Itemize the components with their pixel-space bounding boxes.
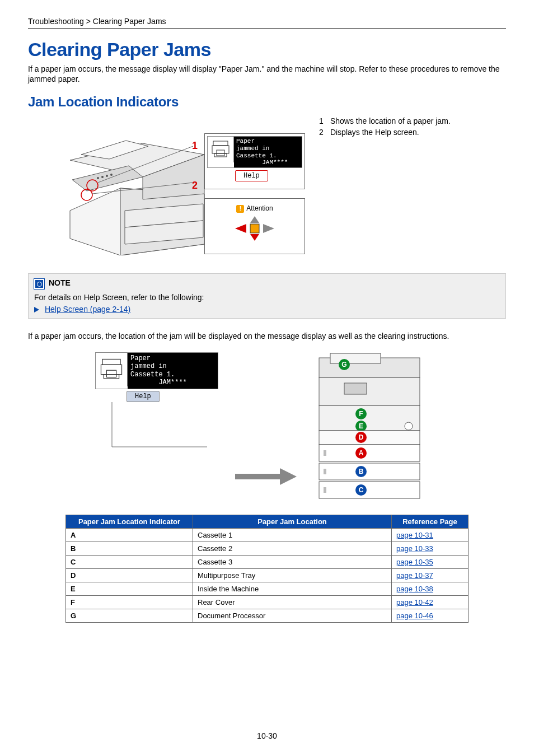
svg-marker-21 bbox=[235, 224, 246, 233]
printer-icon bbox=[208, 137, 234, 162]
cell-indicator: D bbox=[66, 569, 193, 582]
svg-rect-42 bbox=[319, 445, 420, 461]
note-box: NOTE For details on Help Screen, refer t… bbox=[28, 273, 506, 318]
printer-front-diagram: G F E D A B C bbox=[313, 352, 425, 503]
breadcrumb-divider bbox=[28, 28, 506, 29]
badge-b: B bbox=[359, 468, 364, 475]
attention-text: Attention bbox=[246, 204, 273, 212]
svg-rect-34 bbox=[319, 377, 420, 405]
note-body: For details on Help Screen, refer to the… bbox=[34, 292, 500, 302]
badge-g: G bbox=[341, 361, 346, 368]
svg-point-8 bbox=[106, 175, 108, 177]
figure-legend: 1 Shows the location of a paper jam. 2 D… bbox=[319, 115, 451, 139]
message-screen: Paper jammed in Cassette 1. JAM**** bbox=[207, 136, 302, 168]
svg-rect-49 bbox=[324, 487, 326, 493]
svg-rect-20 bbox=[250, 224, 259, 233]
th-reference: Reference Page bbox=[392, 515, 469, 529]
svg-rect-45 bbox=[319, 463, 420, 480]
svg-marker-23 bbox=[250, 216, 259, 223]
svg-rect-28 bbox=[104, 375, 119, 379]
printer-icon bbox=[96, 353, 128, 386]
th-indicator: Paper Jam Location Indicator bbox=[66, 515, 193, 529]
jam-indicator-figure: 1 2 Paper jammed in Cassette 1. JAM**** … bbox=[28, 115, 302, 261]
ref-link[interactable]: page 10-37 bbox=[396, 571, 433, 580]
badge-f: F bbox=[359, 410, 363, 418]
intro-paragraph: If a paper jam occurs, the message displ… bbox=[28, 64, 506, 84]
cell-location: Cassette 3 bbox=[193, 556, 392, 569]
legend-2-text: Displays the Help screen. bbox=[330, 128, 419, 137]
arrow-right-icon bbox=[235, 468, 297, 487]
svg-rect-26 bbox=[101, 365, 121, 374]
svg-rect-29 bbox=[235, 474, 280, 479]
table-row: F Rear Cover page 10-42 bbox=[66, 596, 469, 609]
svg-point-41 bbox=[405, 422, 413, 430]
table-row: D Multipurpose Tray page 10-37 bbox=[66, 569, 469, 582]
legend-1-text: Shows the location of a paper jam. bbox=[330, 116, 451, 125]
cell-location: Inside the Machine bbox=[193, 582, 392, 596]
help-screen-link[interactable]: Help Screen (page 2-14) bbox=[45, 305, 130, 314]
page-title: Clearing Paper Jams bbox=[28, 39, 506, 60]
attention-label: !Attention bbox=[207, 204, 302, 213]
display-text: Paper jammed in Cassette 1. JAM**** bbox=[128, 353, 218, 389]
cell-location: Cassette 2 bbox=[193, 542, 392, 556]
callout-number-1: 1 bbox=[192, 140, 201, 149]
badge-e: E bbox=[359, 422, 363, 430]
svg-point-6 bbox=[97, 177, 99, 179]
badge-a: A bbox=[359, 449, 364, 457]
direction-arrows bbox=[207, 215, 302, 242]
attention-popup: !Attention bbox=[204, 198, 305, 254]
note-icon bbox=[34, 279, 44, 289]
table-row: G Document Processor page 10-46 bbox=[66, 609, 469, 623]
svg-rect-16 bbox=[213, 141, 228, 146]
svg-point-7 bbox=[101, 176, 104, 178]
jam-location-table: Paper Jam Location Indicator Paper Jam L… bbox=[65, 515, 469, 623]
svg-rect-27 bbox=[106, 370, 116, 377]
ref-link[interactable]: page 10-33 bbox=[396, 544, 433, 553]
svg-marker-22 bbox=[263, 224, 274, 233]
svg-marker-30 bbox=[280, 468, 297, 485]
message-popup: Paper jammed in Cassette 1. JAM**** Help bbox=[204, 133, 305, 189]
page-number: 10-30 bbox=[0, 731, 534, 740]
svg-rect-32 bbox=[330, 353, 381, 363]
display-figure: Paper jammed in Cassette 1. JAM**** Help bbox=[95, 352, 218, 452]
message-text: Paper jammed in Cassette 1. JAM**** bbox=[234, 137, 302, 167]
svg-marker-24 bbox=[250, 234, 259, 241]
svg-rect-46 bbox=[324, 469, 326, 474]
ref-link[interactable]: page 10-35 bbox=[396, 558, 433, 566]
table-row: E Inside the Machine page 10-38 bbox=[66, 582, 469, 596]
legend-2-number: 2 bbox=[319, 128, 328, 137]
table-row: B Cassette 2 page 10-33 bbox=[66, 542, 469, 556]
svg-rect-19 bbox=[214, 153, 227, 157]
cell-indicator: B bbox=[66, 542, 193, 556]
ref-link[interactable]: page 10-42 bbox=[396, 598, 433, 606]
breadcrumb: Troubleshooting > Clearing Paper Jams bbox=[28, 17, 506, 26]
cell-indicator: E bbox=[66, 582, 193, 596]
ref-link[interactable]: page 10-46 bbox=[396, 612, 433, 620]
cell-indicator: F bbox=[66, 596, 193, 609]
cell-location: Multipurpose Tray bbox=[193, 569, 392, 582]
svg-rect-39 bbox=[319, 431, 420, 445]
cell-indicator: C bbox=[66, 556, 193, 569]
ref-link[interactable]: page 10-38 bbox=[396, 585, 433, 593]
table-row: A Cassette 1 page 10-31 bbox=[66, 529, 469, 542]
note-title: NOTE bbox=[49, 278, 71, 287]
svg-rect-25 bbox=[102, 360, 120, 365]
cell-indicator: A bbox=[66, 529, 193, 542]
badge-c: C bbox=[359, 486, 364, 494]
attention-icon: ! bbox=[236, 205, 244, 213]
cell-indicator: G bbox=[66, 609, 193, 623]
svg-rect-35 bbox=[344, 383, 367, 394]
legend-1-number: 1 bbox=[319, 116, 328, 125]
help-button[interactable]: Help bbox=[235, 170, 268, 181]
ref-link[interactable]: page 10-31 bbox=[396, 531, 433, 539]
help-button[interactable]: Help bbox=[127, 391, 160, 402]
svg-rect-18 bbox=[217, 150, 224, 156]
cell-location: Rear Cover bbox=[193, 596, 392, 609]
badge-d: D bbox=[359, 433, 364, 441]
svg-rect-43 bbox=[324, 450, 326, 456]
th-location: Paper Jam Location bbox=[193, 515, 392, 529]
link-arrow-icon bbox=[34, 307, 39, 312]
svg-rect-17 bbox=[212, 146, 229, 153]
cell-location: Document Processor bbox=[193, 609, 392, 623]
callout-number-2: 2 bbox=[192, 180, 201, 189]
